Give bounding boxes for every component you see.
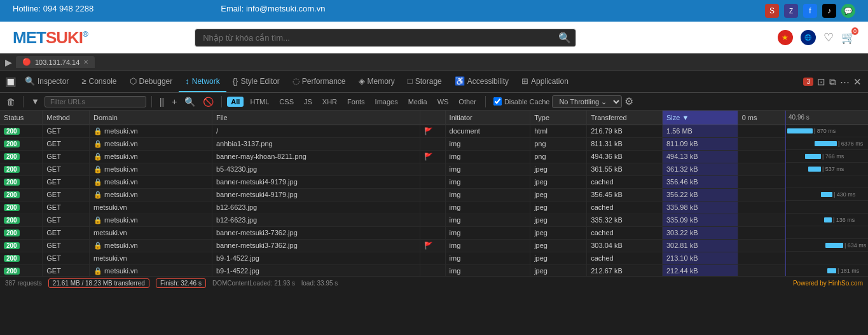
col-type-header[interactable]: Type bbox=[530, 111, 587, 125]
disable-cache-label[interactable]: Disable Cache bbox=[493, 97, 550, 106]
time-cell bbox=[738, 188, 785, 201]
col-file-header[interactable]: File bbox=[212, 111, 420, 125]
table-row[interactable]: 200 GET 🔒 metsuki.vn b5-43230.jpg img jp… bbox=[0, 163, 785, 175]
tab-performance[interactable]: ◌ Performance bbox=[286, 71, 352, 92]
transferred-cell: 216.79 kB bbox=[587, 125, 663, 137]
table-row[interactable]: 200 GET metsuki.vn b9-1-4522.jpg img jpe… bbox=[0, 252, 785, 264]
col-transferred-header[interactable]: Transferred bbox=[587, 111, 663, 125]
waterfall-bar: | 181 ms bbox=[786, 264, 868, 276]
wishlist-icon[interactable]: ♡ bbox=[823, 31, 834, 44]
filter-images-button[interactable]: Images bbox=[371, 97, 402, 107]
devtools-options-icon[interactable]: ⊡ bbox=[817, 76, 825, 88]
col-initiator-header[interactable]: Initiator bbox=[445, 111, 530, 125]
table-row[interactable]: 200 GET 🔒 metsuki.vn banner-metsuki4-917… bbox=[0, 188, 785, 201]
type-cell: jpeg bbox=[530, 252, 587, 264]
file-cell: b12-6623.jpg bbox=[212, 201, 420, 214]
time-cell bbox=[738, 150, 785, 163]
time-cell bbox=[738, 214, 785, 226]
file-cell: banner-metsuki4-9179.jpg bbox=[212, 188, 420, 201]
tab-inspector[interactable]: 🔍 Inspector bbox=[18, 71, 75, 92]
col-size-header[interactable]: Size ▼ bbox=[662, 111, 738, 125]
status-badge: 200 bbox=[4, 204, 20, 211]
style-editor-icon: {} bbox=[233, 76, 238, 86]
table-row[interactable]: 200 GET 🔒 metsuki.vn anhbia1-3137.png im… bbox=[0, 137, 785, 150]
devtools-detach-icon[interactable]: ⧉ bbox=[829, 76, 836, 88]
status-badge: 200 bbox=[4, 179, 20, 186]
waterfall-header: 40.96 s bbox=[786, 111, 868, 125]
devtools-overflow-icon[interactable]: ⋯ bbox=[840, 76, 850, 88]
tab-close-button[interactable]: ✕ bbox=[83, 58, 88, 65]
initiator-cell: img bbox=[445, 252, 530, 264]
tab-console-label: Console bbox=[89, 77, 117, 86]
flag-en-icon[interactable]: 🌐 bbox=[801, 30, 816, 45]
search-button[interactable]: 🔍 bbox=[182, 95, 198, 108]
browser-video-icon: ▶ bbox=[5, 57, 12, 67]
flag-vn-icon[interactable]: ★ bbox=[778, 30, 793, 45]
network-icon: ↕ bbox=[185, 76, 189, 86]
tab-debugger[interactable]: ⬡ Debugger bbox=[123, 71, 179, 92]
filter-media-button[interactable]: Media bbox=[404, 97, 431, 107]
flag-cell: 🚩 bbox=[420, 125, 445, 137]
waterfall-bar: | 537 ms bbox=[786, 163, 868, 175]
tab-style-editor[interactable]: {} Style Editor bbox=[226, 71, 286, 92]
throttle-select[interactable]: No Throttling ⌄ bbox=[552, 95, 622, 108]
pause-button[interactable]: || bbox=[157, 95, 167, 108]
browser-tab[interactable]: 🔴 103.131.74.14 ✕ bbox=[16, 56, 95, 68]
status-cell: 200 bbox=[0, 214, 43, 226]
social-icon-s[interactable]: S bbox=[765, 4, 779, 18]
request-count: 387 requests bbox=[5, 280, 42, 287]
email-label: Email: info@metsuki.com.vn bbox=[221, 4, 325, 18]
col-method-header[interactable]: Method bbox=[43, 111, 90, 125]
tab-application[interactable]: ⊞ Application bbox=[515, 71, 575, 92]
tab-application-label: Application bbox=[531, 77, 568, 86]
time-cell bbox=[738, 175, 785, 188]
site-search-button[interactable]: 🔍 bbox=[558, 32, 571, 44]
cart-icon[interactable]: 🛒0 bbox=[841, 31, 855, 44]
tab-storage[interactable]: □ Storage bbox=[401, 71, 448, 92]
filter-fonts-button[interactable]: Fonts bbox=[343, 97, 369, 107]
social-icon-fb[interactable]: f bbox=[803, 4, 817, 18]
file-cell: b5-43230.jpg bbox=[212, 163, 420, 175]
table-row[interactable]: 200 GET metsuki.vn b12-6623.jpg img jpeg… bbox=[0, 201, 785, 214]
social-icon-z[interactable]: Z bbox=[784, 4, 798, 18]
table-row[interactable]: 200 GET 🔒 metsuki.vn / 🚩 document html 2… bbox=[0, 125, 785, 137]
tab-console[interactable]: ≥ Console bbox=[75, 71, 123, 92]
col-domain-header[interactable]: Domain bbox=[90, 111, 212, 125]
flag-cell bbox=[420, 137, 445, 150]
tab-network[interactable]: ↕ Network bbox=[179, 71, 226, 92]
table-row[interactable]: 200 GET 🔒 metsuki.vn banner-metsuki4-917… bbox=[0, 175, 785, 188]
devtools-close-icon[interactable]: ✕ bbox=[853, 76, 862, 88]
site-logo[interactable]: METSUKI® bbox=[13, 28, 88, 48]
filter-js-button[interactable]: JS bbox=[300, 97, 316, 107]
clear-network-button[interactable]: 🗑 bbox=[4, 95, 18, 108]
social-icon-tt[interactable]: ♪ bbox=[822, 4, 836, 18]
block-button[interactable]: 🚫 bbox=[200, 95, 216, 108]
tab-memory[interactable]: ◈ Memory bbox=[352, 71, 401, 92]
initiator-cell: img bbox=[445, 201, 530, 214]
col-time-header: 0 ms bbox=[738, 111, 785, 125]
table-row[interactable]: 200 GET 🔒 metsuki.vn b9-1-4522.jpg img j… bbox=[0, 264, 785, 276]
chat-icon[interactable]: 💬 bbox=[841, 4, 855, 18]
table-row[interactable]: 200 GET 🔒 metsuki.vn banner-metsuki3-736… bbox=[0, 239, 785, 252]
filter-other-button[interactable]: Other bbox=[455, 97, 480, 107]
add-filter-button[interactable]: + bbox=[169, 95, 179, 108]
table-row[interactable]: 200 GET 🔒 metsuki.vn banner-may-khoan-82… bbox=[0, 150, 785, 163]
size-cell: 335.09 kB bbox=[662, 214, 738, 226]
network-settings-button[interactable]: ⚙ bbox=[624, 95, 633, 107]
site-search-input[interactable] bbox=[195, 29, 576, 47]
waterfall-rows: | 870 ms| 6376 ms| 766 ms| 537 ms| 430 m… bbox=[786, 125, 868, 276]
table-row[interactable]: 200 GET 🔒 metsuki.vn b12-6623.jpg img jp… bbox=[0, 214, 785, 226]
col-status-header[interactable]: Status bbox=[0, 111, 43, 125]
disable-cache-checkbox[interactable] bbox=[493, 97, 502, 106]
filter-html-button[interactable]: HTML bbox=[246, 97, 273, 107]
initiator-cell: img bbox=[445, 214, 530, 226]
filter-ws-button[interactable]: WS bbox=[434, 97, 453, 107]
filter-xhr-button[interactable]: XHR bbox=[319, 97, 341, 107]
url-filter-input[interactable] bbox=[45, 96, 146, 107]
filter-css-button[interactable]: CSS bbox=[275, 97, 298, 107]
table-row[interactable]: 200 GET metsuki.vn banner-metsuki3-7362.… bbox=[0, 226, 785, 239]
devtools-inspect-button[interactable]: 🔲 bbox=[3, 76, 18, 88]
tab-accessibility[interactable]: ♿ Accessibility bbox=[448, 71, 515, 92]
filter-all-button[interactable]: All bbox=[227, 97, 244, 107]
transferred-cell: cached bbox=[587, 201, 663, 214]
